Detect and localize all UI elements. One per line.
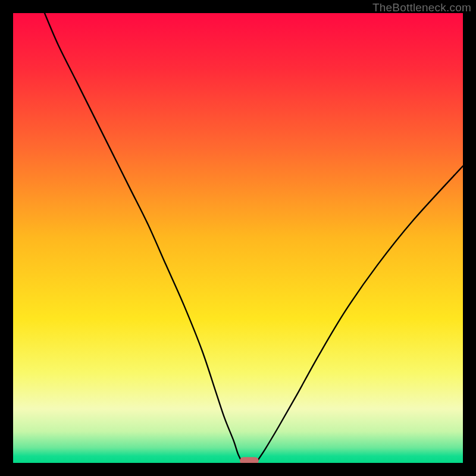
outer-frame: TheBottleneck.com bbox=[0, 0, 476, 476]
plot-area bbox=[13, 13, 463, 463]
attribution-label: TheBottleneck.com bbox=[372, 1, 471, 14]
chart-svg bbox=[13, 13, 463, 463]
optimum-marker bbox=[240, 457, 259, 463]
gradient-background bbox=[13, 13, 463, 463]
